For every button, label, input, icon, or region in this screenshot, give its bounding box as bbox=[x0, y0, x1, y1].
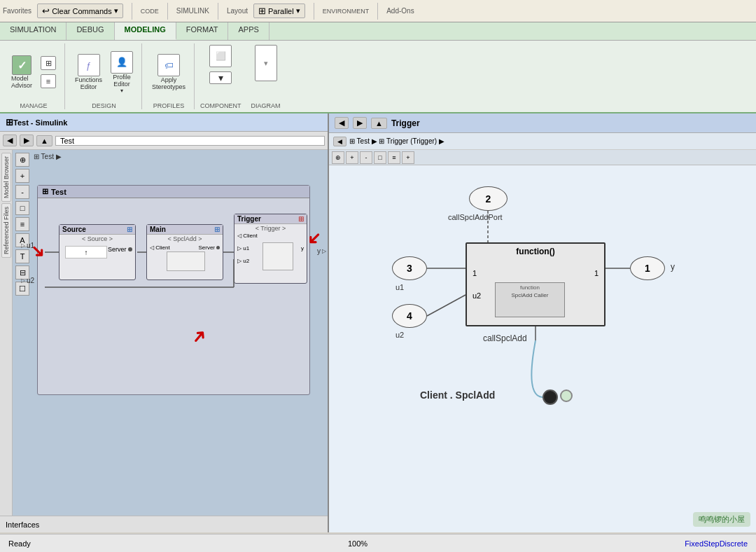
oval-2: 2 bbox=[469, 186, 507, 211]
model-advisor-label: ModelAdvisor bbox=[11, 75, 32, 89]
canvas-toolbar: ⊕ + - □ ≡ A T ⊟ ☐ bbox=[15, 153, 29, 296]
tab-format[interactable]: FORMAT bbox=[176, 22, 229, 40]
divider1 bbox=[132, 3, 132, 20]
trigger-block[interactable]: Trigger ⊞ < Trigger > ◁ Client ▷ u1 bbox=[234, 214, 307, 284]
component-button[interactable]: ⬜ bbox=[206, 43, 234, 69]
manage-icon1: ⊞ bbox=[41, 56, 56, 70]
parallel-button[interactable]: ⊞ Parallel ▾ bbox=[253, 4, 305, 18]
zoom-in-button[interactable]: + bbox=[15, 169, 29, 183]
callSpclAddPort-label: callSpclAddPort bbox=[448, 213, 503, 221]
server-port: Server bbox=[108, 246, 132, 253]
spcladd-label: function bbox=[496, 283, 564, 292]
source-block[interactable]: Source ⊞ < Source > ↑ Server bbox=[59, 224, 136, 280]
profile-editor-label: ProfileEditor bbox=[113, 74, 131, 88]
zoom-fit-button[interactable]: ⊕ bbox=[15, 153, 29, 167]
apply-stereotypes-icon: 🏷 bbox=[158, 54, 180, 76]
simulink-canvas[interactable]: ⊕ + - □ ≡ A T ⊟ ☐ ⊞ Test ▶ ⊞ Test bbox=[13, 150, 328, 516]
main-subtitle: < SpclAdd > bbox=[147, 235, 223, 243]
divider2 bbox=[167, 3, 168, 20]
functions-editor-label: FunctionsEditor bbox=[75, 76, 102, 90]
functions-editor-icon: ƒ bbox=[78, 54, 100, 76]
status-zoom: 100% bbox=[348, 539, 368, 548]
code-label: CODE bbox=[141, 8, 159, 15]
left-panel-title-text: Test - Simulink bbox=[13, 118, 67, 127]
apply-stereotypes-label: ApplyStereotypes bbox=[152, 76, 186, 90]
spcladd-inner: function SpclAdd Caller bbox=[495, 282, 565, 317]
manage-btn2[interactable]: ≡ bbox=[38, 73, 59, 90]
profile-editor-button[interactable]: 👤 ProfileEditor ▾ bbox=[108, 50, 136, 95]
component-dropdown[interactable]: ▾ bbox=[206, 70, 234, 85]
layout-button[interactable]: ≡ bbox=[15, 217, 29, 231]
profiles-label: PROFILES bbox=[153, 101, 185, 109]
model-advisor-button[interactable]: ✓ ModelAdvisor bbox=[8, 54, 35, 90]
manage-items: ✓ ModelAdvisor ⊞ ≡ bbox=[8, 43, 59, 101]
main-block[interactable]: Main ⊞ < SpclAdd > ◁ Client Server bbox=[146, 224, 223, 280]
tab-modeling[interactable]: MODELING bbox=[115, 22, 176, 40]
test-block-title-bar: ⊞ Test bbox=[38, 186, 309, 198]
func-output-1: 1 bbox=[594, 269, 598, 277]
oval-4: 4 bbox=[392, 304, 427, 328]
canvas-breadcrumb: ⊞ Test ▶ bbox=[34, 153, 62, 160]
design-label: DESIGN bbox=[92, 101, 116, 109]
trigger-fit[interactable]: □ bbox=[374, 151, 386, 164]
trigger-nav-bar: ◀ ⊞ Test ▶ ⊞ Trigger (Trigger) ▶ bbox=[329, 133, 756, 150]
nav-up-button[interactable]: ▲ bbox=[36, 135, 52, 146]
trigger-canvas[interactable]: 2 callSpclAddPort 3 u1 4 u2 function() 1… bbox=[329, 165, 756, 532]
u2-port-label: ▷ u2 bbox=[21, 277, 34, 284]
trigger-nav-back[interactable]: ◀ bbox=[335, 117, 349, 129]
trigger-add[interactable]: + bbox=[402, 151, 414, 164]
referenced-files-tab[interactable]: Referenced Files bbox=[1, 203, 11, 258]
right-panel: ◀ ▶ ▲ Trigger ◀ ⊞ Test ▶ ⊞ Trigger (Trig… bbox=[329, 113, 756, 532]
simulink-label: SIMULINK bbox=[176, 7, 209, 15]
nav-back-button[interactable]: ◀ bbox=[3, 134, 17, 146]
component-section: ⬜ ▾ COMPONENT bbox=[196, 43, 246, 109]
diagram-button[interactable]: ▾ bbox=[252, 43, 280, 83]
trigger-back-btn[interactable]: ◀ bbox=[333, 137, 346, 146]
client-dot bbox=[542, 389, 558, 405]
trigger-inner-box bbox=[262, 242, 293, 270]
ribbon-tabs: SIMULATION DEBUG MODELING FORMAT APPS bbox=[0, 22, 756, 41]
trigger-u1-port: ▷ u1 bbox=[237, 245, 249, 251]
output-oval: 1 bbox=[630, 256, 665, 280]
component-items: ⬜ ▾ bbox=[206, 43, 234, 85]
model-browser-tab[interactable]: Model Browser bbox=[1, 153, 11, 202]
trigger-zoom-out[interactable]: - bbox=[360, 151, 372, 164]
test-container: ⊞ Test ▷ u1 ▷ u2 Source bbox=[37, 185, 310, 395]
nav-fwd-button[interactable]: ▶ bbox=[20, 134, 34, 146]
environment-label: ENVIRONMENT bbox=[323, 8, 370, 15]
y-output-label: y bbox=[671, 262, 675, 272]
breadcrumb-display: Test bbox=[55, 136, 325, 146]
main-block-title: Main ⊞ bbox=[147, 225, 223, 235]
ribbon: SIMULATION DEBUG MODELING FORMAT APPS ✓ … bbox=[0, 22, 756, 113]
trigger-titlebar: ◀ ▶ ▲ Trigger bbox=[329, 113, 756, 133]
parallel-label: Parallel bbox=[268, 7, 294, 15]
addons-label: Add-Ons bbox=[386, 7, 414, 15]
func-input-1: 1 bbox=[472, 269, 477, 277]
trigger-nav-up[interactable]: ▲ bbox=[371, 118, 387, 129]
trigger-nav-fwd[interactable]: ▶ bbox=[353, 117, 367, 129]
zoom-out-button[interactable]: - bbox=[15, 185, 29, 199]
source-subtitle: < Source > bbox=[59, 235, 135, 243]
left-nav-bar: ◀ ▶ ▲ Test bbox=[0, 132, 328, 150]
trigger-zoom-in[interactable]: + bbox=[346, 151, 358, 164]
fit-button[interactable]: □ bbox=[15, 201, 29, 215]
left-panel-title: ⊞ Test - Simulink bbox=[0, 113, 328, 132]
apply-stereotypes-button[interactable]: 🏷 ApplyStereotypes bbox=[149, 53, 188, 92]
window-icon: ⊞ bbox=[6, 117, 13, 127]
tab-apps[interactable]: APPS bbox=[228, 22, 269, 40]
component-label: COMPONENT bbox=[200, 101, 241, 109]
tab-simulation[interactable]: SIMULATION bbox=[0, 22, 66, 40]
interfaces-tab[interactable]: Interfaces bbox=[0, 516, 328, 532]
test-block-icon: ⊞ bbox=[42, 187, 48, 196]
profile-editor-icon: 👤 bbox=[111, 51, 133, 74]
trigger-zoom-fit[interactable]: ⊕ bbox=[332, 151, 344, 164]
tab-debug[interactable]: DEBUG bbox=[66, 22, 114, 40]
manage-btn1[interactable]: ⊞ bbox=[38, 55, 59, 71]
functions-editor-button[interactable]: ƒ FunctionsEditor bbox=[72, 53, 105, 92]
clear-commands-button[interactable]: ↩ Clear Commands ▾ bbox=[37, 4, 123, 18]
trigger-u2-port: ▷ u2 bbox=[237, 258, 249, 264]
top-toolbar: Favorites ↩ Clear Commands ▾ CODE SIMULI… bbox=[0, 0, 756, 22]
callSpclAdd-label: callSpclAdd bbox=[483, 333, 527, 343]
trigger-client-port: ◁ Client bbox=[237, 233, 258, 239]
trigger-layout[interactable]: ≡ bbox=[388, 151, 400, 164]
